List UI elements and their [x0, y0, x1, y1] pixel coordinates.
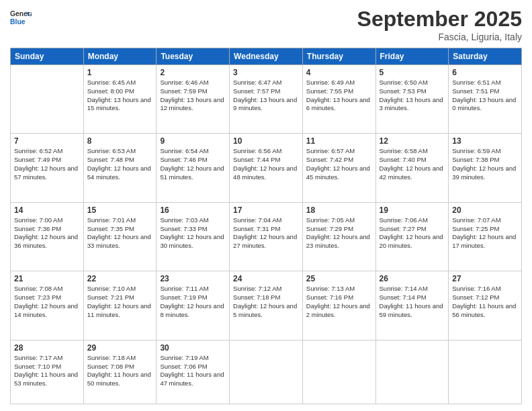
day-info: Sunrise: 6:51 AM Sunset: 7:51 PM Dayligh…: [452, 79, 518, 113]
calendar-cell: 13Sunrise: 6:59 AM Sunset: 7:38 PM Dayli…: [449, 134, 522, 202]
day-info: Sunrise: 6:54 AM Sunset: 7:46 PM Dayligh…: [160, 147, 226, 181]
day-info: Sunrise: 6:47 AM Sunset: 7:57 PM Dayligh…: [233, 79, 299, 113]
header: General Blue September 2025 Fascia, Ligu…: [10, 7, 522, 42]
calendar-cell: 23Sunrise: 7:11 AM Sunset: 7:19 PM Dayli…: [157, 271, 230, 340]
day-number: 4: [306, 68, 372, 77]
calendar-cell: 26Sunrise: 7:14 AM Sunset: 7:14 PM Dayli…: [375, 271, 449, 340]
calendar-cell: 19Sunrise: 7:06 AM Sunset: 7:27 PM Dayli…: [375, 202, 449, 271]
calendar-cell: 3Sunrise: 6:47 AM Sunset: 7:57 PM Daylig…: [230, 65, 303, 134]
calendar-cell: 17Sunrise: 7:04 AM Sunset: 7:31 PM Dayli…: [230, 202, 303, 271]
calendar-cell: 8Sunrise: 6:53 AM Sunset: 7:48 PM Daylig…: [83, 134, 157, 202]
day-info: Sunrise: 7:06 AM Sunset: 7:27 PM Dayligh…: [380, 216, 445, 250]
day-number: 24: [233, 274, 299, 283]
day-info: Sunrise: 7:01 AM Sunset: 7:35 PM Dayligh…: [87, 216, 153, 250]
col-wednesday: Wednesday: [230, 48, 303, 65]
day-info: Sunrise: 6:58 AM Sunset: 7:40 PM Dayligh…: [380, 147, 445, 181]
week-row-4: 28Sunrise: 7:17 AM Sunset: 7:10 PM Dayli…: [11, 340, 522, 404]
week-row-2: 14Sunrise: 7:00 AM Sunset: 7:36 PM Dayli…: [11, 202, 522, 271]
day-number: 8: [87, 136, 153, 146]
day-info: Sunrise: 7:11 AM Sunset: 7:19 PM Dayligh…: [160, 285, 226, 319]
calendar-cell: 16Sunrise: 7:03 AM Sunset: 7:33 PM Dayli…: [157, 202, 230, 271]
day-number: 16: [160, 205, 226, 215]
calendar-cell: [302, 340, 375, 404]
calendar-cell: 28Sunrise: 7:17 AM Sunset: 7:10 PM Dayli…: [11, 340, 84, 404]
day-number: 1: [87, 68, 153, 77]
calendar-cell: 1Sunrise: 6:45 AM Sunset: 8:00 PM Daylig…: [83, 65, 157, 134]
day-number: 29: [87, 343, 153, 353]
calendar-cell: 10Sunrise: 6:56 AM Sunset: 7:44 PM Dayli…: [230, 134, 303, 202]
title-block: September 2025 Fascia, Liguria, Italy: [357, 7, 522, 42]
calendar-table: Sunday Monday Tuesday Wednesday Thursday…: [10, 48, 522, 404]
calendar-cell: 24Sunrise: 7:12 AM Sunset: 7:18 PM Dayli…: [230, 271, 303, 340]
day-info: Sunrise: 6:56 AM Sunset: 7:44 PM Dayligh…: [233, 147, 299, 181]
week-row-3: 21Sunrise: 7:08 AM Sunset: 7:23 PM Dayli…: [11, 271, 522, 340]
day-info: Sunrise: 7:17 AM Sunset: 7:10 PM Dayligh…: [14, 354, 80, 388]
calendar-cell: [230, 340, 303, 404]
day-info: Sunrise: 7:13 AM Sunset: 7:16 PM Dayligh…: [306, 285, 372, 319]
general-blue-icon: General Blue: [10, 7, 32, 28]
calendar-cell: 7Sunrise: 6:52 AM Sunset: 7:49 PM Daylig…: [11, 134, 84, 202]
day-info: Sunrise: 7:08 AM Sunset: 7:23 PM Dayligh…: [14, 285, 80, 319]
day-info: Sunrise: 6:53 AM Sunset: 7:48 PM Dayligh…: [87, 147, 153, 181]
day-info: Sunrise: 7:14 AM Sunset: 7:14 PM Dayligh…: [380, 285, 445, 319]
day-number: 14: [14, 205, 80, 215]
day-number: 17: [233, 205, 299, 215]
day-info: Sunrise: 7:16 AM Sunset: 7:12 PM Dayligh…: [452, 285, 518, 319]
day-number: 26: [380, 274, 445, 283]
calendar-cell: 30Sunrise: 7:19 AM Sunset: 7:06 PM Dayli…: [157, 340, 230, 404]
day-info: Sunrise: 6:49 AM Sunset: 7:55 PM Dayligh…: [306, 79, 372, 113]
day-info: Sunrise: 7:12 AM Sunset: 7:18 PM Dayligh…: [233, 285, 299, 319]
calendar-cell: [11, 65, 84, 134]
day-number: 18: [306, 205, 372, 215]
day-number: 5: [380, 68, 445, 77]
day-info: Sunrise: 6:59 AM Sunset: 7:38 PM Dayligh…: [452, 147, 518, 181]
day-info: Sunrise: 6:50 AM Sunset: 7:53 PM Dayligh…: [380, 79, 445, 113]
calendar-cell: 25Sunrise: 7:13 AM Sunset: 7:16 PM Dayli…: [302, 271, 375, 340]
day-number: 11: [306, 136, 372, 146]
calendar-cell: 27Sunrise: 7:16 AM Sunset: 7:12 PM Dayli…: [449, 271, 522, 340]
calendar-cell: 11Sunrise: 6:57 AM Sunset: 7:42 PM Dayli…: [302, 134, 375, 202]
logo: General Blue: [10, 7, 32, 28]
week-row-1: 7Sunrise: 6:52 AM Sunset: 7:49 PM Daylig…: [11, 134, 522, 202]
day-number: 13: [452, 136, 518, 146]
col-sunday: Sunday: [11, 48, 84, 65]
day-number: 7: [14, 136, 80, 146]
calendar-cell: 9Sunrise: 6:54 AM Sunset: 7:46 PM Daylig…: [157, 134, 230, 202]
svg-text:Blue: Blue: [10, 18, 26, 26]
day-info: Sunrise: 7:18 AM Sunset: 7:08 PM Dayligh…: [87, 354, 153, 388]
calendar-cell: 2Sunrise: 6:46 AM Sunset: 7:59 PM Daylig…: [157, 65, 230, 134]
day-number: 2: [160, 68, 226, 77]
calendar-cell: 21Sunrise: 7:08 AM Sunset: 7:23 PM Dayli…: [11, 271, 84, 340]
day-number: 15: [87, 205, 153, 215]
calendar-cell: 5Sunrise: 6:50 AM Sunset: 7:53 PM Daylig…: [375, 65, 449, 134]
calendar-cell: [375, 340, 449, 404]
col-monday: Monday: [83, 48, 157, 65]
day-number: 20: [452, 205, 518, 215]
day-number: 25: [306, 274, 372, 283]
calendar-cell: [449, 340, 522, 404]
day-number: 3: [233, 68, 299, 77]
header-row: Sunday Monday Tuesday Wednesday Thursday…: [11, 48, 522, 65]
day-number: 9: [160, 136, 226, 146]
day-info: Sunrise: 6:57 AM Sunset: 7:42 PM Dayligh…: [306, 147, 372, 181]
day-info: Sunrise: 7:00 AM Sunset: 7:36 PM Dayligh…: [14, 216, 80, 250]
month-title: September 2025: [357, 7, 522, 32]
day-info: Sunrise: 7:04 AM Sunset: 7:31 PM Dayligh…: [233, 216, 299, 250]
day-info: Sunrise: 7:10 AM Sunset: 7:21 PM Dayligh…: [87, 285, 153, 319]
day-info: Sunrise: 6:45 AM Sunset: 8:00 PM Dayligh…: [87, 79, 153, 113]
day-number: 19: [380, 205, 445, 215]
col-saturday: Saturday: [449, 48, 522, 65]
day-number: 30: [160, 343, 226, 353]
calendar-cell: 22Sunrise: 7:10 AM Sunset: 7:21 PM Dayli…: [83, 271, 157, 340]
day-info: Sunrise: 7:03 AM Sunset: 7:33 PM Dayligh…: [160, 216, 226, 250]
calendar-cell: 12Sunrise: 6:58 AM Sunset: 7:40 PM Dayli…: [375, 134, 449, 202]
calendar-cell: 6Sunrise: 6:51 AM Sunset: 7:51 PM Daylig…: [449, 65, 522, 134]
week-row-0: 1Sunrise: 6:45 AM Sunset: 8:00 PM Daylig…: [11, 65, 522, 134]
day-info: Sunrise: 7:05 AM Sunset: 7:29 PM Dayligh…: [306, 216, 372, 250]
calendar-cell: 4Sunrise: 6:49 AM Sunset: 7:55 PM Daylig…: [302, 65, 375, 134]
day-number: 27: [452, 274, 518, 283]
day-number: 6: [452, 68, 518, 77]
day-number: 22: [87, 274, 153, 283]
calendar-cell: 15Sunrise: 7:01 AM Sunset: 7:35 PM Dayli…: [83, 202, 157, 271]
page: General Blue September 2025 Fascia, Ligu…: [0, 0, 532, 411]
